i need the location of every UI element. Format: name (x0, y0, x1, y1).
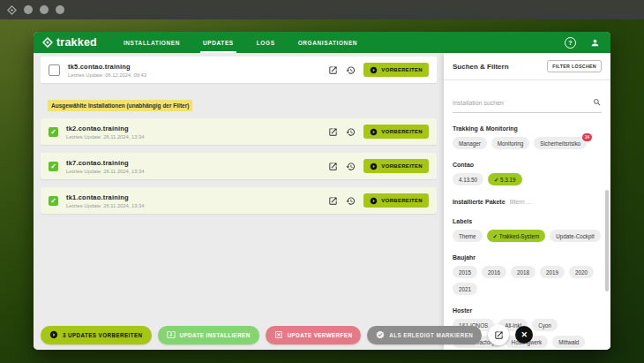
open-in-new-icon[interactable] (328, 127, 338, 137)
window-control-button[interactable] (40, 5, 49, 14)
play-circle-icon (49, 330, 58, 339)
vorbereiten-button[interactable]: VORBEREITEN (363, 63, 429, 77)
filter-chip-contao-41350[interactable]: 4.13.50 (453, 173, 483, 185)
section-title-hoster: Hoster (453, 307, 602, 314)
filter-chip-contao-5319-selected[interactable]: 5.3.19 (488, 173, 522, 185)
header-icons: ? (565, 32, 600, 53)
installation-name: tk5.contao.training (68, 63, 146, 71)
vorbereiten-label: VORBEREITEN (381, 163, 423, 169)
vorbereiten-button[interactable]: VORBEREITEN (363, 159, 429, 173)
filter-chip-2020[interactable]: 2020 (569, 266, 594, 278)
filter-sidebar: Suchen & Filtern FILTER LÖSCHEN Trakking… (444, 53, 610, 350)
history-icon[interactable] (346, 127, 356, 137)
installation-row[interactable]: tk5.contao.training Letztes Update: 06.1… (41, 57, 437, 83)
installation-search (453, 98, 602, 113)
nav-item-updates[interactable]: UPDATES (203, 32, 234, 53)
install-update-label: UPDATE INSTALLIEREN (180, 332, 251, 338)
app-window: trakked INSTALLATIONEN UPDATES LOGS ORGA… (34, 32, 610, 350)
mark-done-button[interactable]: ALS ERLEDIGT MARKIEREN (367, 326, 482, 344)
prepare-updates-label: 3 UPDATES VORBEREITEN (63, 332, 143, 338)
play-circle-icon (370, 66, 378, 74)
open-in-new-icon[interactable] (328, 162, 338, 171)
filter-chip-sicherheitsrisiko[interactable]: Sicherheitsrisiko 14 (534, 137, 587, 149)
trakked-logo-icon (42, 37, 53, 48)
last-update-text: Letztes Update: 26.11.2024, 13:34 (66, 134, 145, 140)
pakete-filter-input[interactable] (508, 198, 565, 206)
installation-row[interactable]: tk7.contao.training Letztes Update: 26.1… (41, 153, 437, 179)
window-control-button[interactable] (56, 5, 64, 14)
play-circle-icon (370, 128, 378, 136)
filter-chip-2019[interactable]: 2019 (540, 266, 565, 278)
filter-chip-cyon[interactable]: Cyon (532, 319, 558, 331)
discard-update-button[interactable]: UPDATE VERWERFEN (266, 326, 362, 344)
divider (444, 79, 610, 80)
filter-chip-2018[interactable]: 2018 (511, 266, 535, 278)
open-selection-button[interactable] (488, 324, 509, 345)
install-update-button[interactable]: UPDATE INSTALLIEREN (158, 326, 259, 344)
last-update-text: Letztes Update: 26.11.2024, 13:34 (66, 203, 145, 208)
installation-row[interactable]: tk2.contao.training Letztes Update: 26.1… (41, 118, 437, 145)
search-input[interactable] (453, 100, 593, 106)
installation-row[interactable]: tk1.contao.training Letztes Update: 26.1… (41, 187, 437, 214)
filter-chip-manager[interactable]: Manager (453, 137, 487, 149)
filter-chip-theme[interactable]: Theme (453, 230, 483, 242)
account-icon[interactable] (590, 38, 600, 48)
history-icon[interactable] (346, 65, 356, 75)
trakked-logo[interactable]: trakked (42, 32, 97, 53)
section-title-pakete: Installierte Pakete (453, 199, 505, 205)
vorbereiten-button[interactable]: VORBEREITEN (363, 193, 429, 208)
filter-chip-2021[interactable]: 2021 (453, 283, 477, 295)
history-icon[interactable] (346, 196, 356, 206)
open-in-new-icon (494, 330, 504, 340)
filter-chip-2015[interactable]: 2015 (453, 266, 477, 278)
verified-badge-icon (376, 330, 385, 339)
installation-name: tk2.contao.training (66, 125, 145, 132)
filter-chip-mittwald[interactable]: Mittwald (552, 336, 585, 348)
filter-chip-update-cockpit[interactable]: Update-Cockpit (550, 230, 600, 242)
window-control-button[interactable] (24, 5, 33, 14)
nav-item-logs[interactable]: LOGS (257, 32, 275, 53)
prepare-updates-button[interactable]: 3 UPDATES VORBEREITEN (41, 326, 152, 344)
vorbereiten-button[interactable]: VORBEREITEN (363, 125, 429, 139)
selected-installations-label: Ausgewählte Installationen (unabhängig d… (48, 100, 192, 111)
mark-done-label: ALS ERLEDIGT MARKIEREN (389, 332, 473, 338)
last-update-text: Letztes Update: 26.11.2024, 13:34 (66, 169, 145, 174)
play-circle-icon (370, 163, 378, 170)
app-header: trakked INSTALLATIONEN UPDATES LOGS ORGA… (34, 32, 610, 53)
history-icon[interactable] (346, 162, 356, 171)
installation-name: tk1.contao.training (66, 193, 145, 201)
chip-label: Sicherheitsrisiko (540, 140, 580, 147)
row-checkbox-checked[interactable] (49, 162, 58, 171)
play-circle-icon (370, 197, 378, 205)
sidebar-title: Suchen & Filtern (453, 63, 509, 71)
help-icon[interactable]: ? (565, 37, 576, 49)
vorbereiten-label: VORBEREITEN (381, 129, 423, 134)
row-checkbox-checked[interactable] (49, 196, 58, 206)
content-area: tk5.contao.training Letztes Update: 06.1… (34, 53, 610, 350)
clear-filter-button[interactable]: FILTER LÖSCHEN (547, 60, 602, 72)
sidebar-scrollbar[interactable] (605, 190, 609, 291)
section-title-labels: Labels (453, 218, 602, 224)
filter-chip-trakked-system-selected[interactable]: Trakked-System (487, 230, 546, 242)
vorbereiten-label: VORBEREITEN (381, 198, 423, 203)
search-icon[interactable] (593, 98, 602, 107)
close-action-bar-button[interactable]: ✕ (515, 326, 533, 344)
open-in-new-icon[interactable] (328, 65, 338, 75)
risk-count-badge: 14 (582, 133, 592, 141)
nav-item-installationen[interactable]: INSTALLATIONEN (124, 32, 180, 53)
trakked-diamond-icon (7, 5, 17, 15)
nav-item-organisationen[interactable]: ORGANISATIONEN (298, 32, 358, 53)
section-title-contao: Contao (453, 162, 602, 168)
os-titlebar (0, 0, 644, 19)
section-title-tracking: Trakking & Monitoring (453, 125, 602, 132)
filter-chip-2016[interactable]: 2016 (482, 266, 506, 278)
main-nav: INSTALLATIONEN UPDATES LOGS ORGANISATION… (124, 32, 357, 53)
row-checkbox-checked[interactable] (49, 127, 58, 137)
open-in-new-icon[interactable] (328, 196, 338, 206)
updates-list-panel: tk5.contao.training Letztes Update: 06.1… (34, 53, 444, 350)
row-checkbox[interactable] (49, 64, 60, 76)
filter-chip-monitoring[interactable]: Monitoring (491, 137, 529, 149)
bulk-action-bar: 3 UPDATES VORBEREITEN UPDATE INSTALLIERE… (41, 324, 533, 345)
last-update-text: Letztes Update: 06.12.2024, 09:43 (68, 72, 146, 78)
install-update-icon (167, 330, 176, 339)
